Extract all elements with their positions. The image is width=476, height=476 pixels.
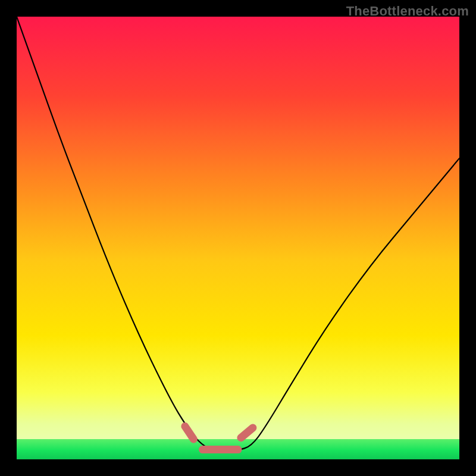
chart-svg <box>17 17 459 459</box>
chart-frame: TheBottleneck.com <box>0 0 476 476</box>
plot-area <box>17 17 459 459</box>
watermark-text: TheBottleneck.com <box>346 4 469 19</box>
